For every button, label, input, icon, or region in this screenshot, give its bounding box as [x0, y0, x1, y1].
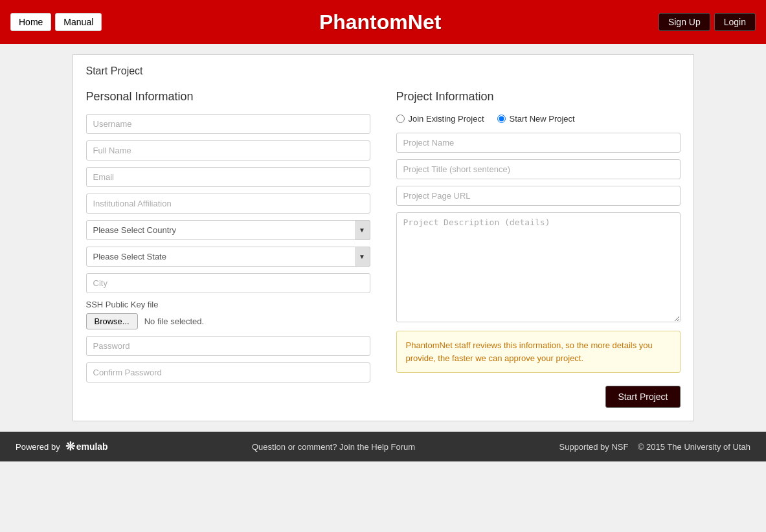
- personal-info-section: Personal Information Please Sele: [86, 90, 370, 408]
- state-select[interactable]: Please Select State: [86, 247, 370, 267]
- main-container: Start Project Personal Information: [73, 54, 694, 421]
- copyright: © 2015 The University of Utah: [638, 442, 750, 452]
- ssh-key-group: SSH Public Key file Browse... No file se…: [86, 300, 370, 329]
- powered-by-label: Powered by: [16, 442, 60, 452]
- join-existing-label: Join Existing Project: [409, 114, 484, 124]
- confirm-password-group: [86, 362, 370, 382]
- join-existing-option[interactable]: Join Existing Project: [396, 114, 484, 124]
- manual-button[interactable]: Manual: [55, 13, 102, 31]
- emulab-logo: ❊ emulab: [65, 439, 108, 454]
- info-text: PhantomNet staff reviews this informatio…: [406, 340, 653, 363]
- start-project-button[interactable]: Start Project: [605, 386, 680, 408]
- file-upload-wrap: Browse... No file selected.: [86, 313, 370, 329]
- email-group: [86, 167, 370, 187]
- country-group: Please Select Country ▼: [86, 220, 370, 240]
- file-name-label: No file selected.: [144, 316, 205, 326]
- state-select-wrap: Please Select State ▼: [86, 247, 370, 267]
- page-wrapper: Start Project Personal Information: [0, 44, 766, 432]
- fullname-group: [86, 140, 370, 161]
- fullname-input[interactable]: [86, 140, 370, 161]
- affiliation-input[interactable]: [86, 194, 370, 214]
- page-title: Start Project: [86, 65, 681, 77]
- start-new-radio[interactable]: [497, 115, 506, 123]
- city-group: [86, 273, 370, 293]
- username-input[interactable]: [86, 114, 370, 134]
- password-input[interactable]: [86, 336, 370, 356]
- browse-button[interactable]: Browse...: [86, 313, 138, 329]
- project-name-input[interactable]: [396, 133, 681, 153]
- footer-left: Powered by ❊ emulab: [16, 439, 108, 454]
- emulab-icon: ❊: [65, 439, 75, 454]
- email-input[interactable]: [86, 167, 370, 187]
- country-select-wrap: Please Select Country ▼: [86, 220, 370, 240]
- project-url-group: [396, 186, 681, 206]
- header: Home Manual PhantomNet Sign Up Login: [0, 0, 766, 44]
- project-desc-textarea[interactable]: [396, 212, 681, 322]
- project-info-section: Project Information Join Existing Projec…: [396, 90, 681, 408]
- home-button[interactable]: Home: [10, 13, 51, 31]
- confirm-password-input[interactable]: [86, 362, 370, 382]
- submit-row: Start Project: [396, 386, 681, 408]
- start-new-label: Start New Project: [510, 114, 575, 124]
- project-title-input[interactable]: [396, 159, 681, 179]
- auth-buttons: Sign Up Login: [659, 13, 756, 31]
- info-box: PhantomNet staff reviews this informatio…: [396, 331, 681, 373]
- project-type-group: Join Existing Project Start New Project: [396, 114, 681, 124]
- project-title-group: [396, 159, 681, 179]
- username-group: [86, 114, 370, 134]
- footer: Powered by ❊ emulab Question or comment?…: [0, 432, 766, 461]
- password-group: [86, 336, 370, 356]
- footer-center: Question or comment? Join the Help Forum: [252, 442, 415, 452]
- form-layout: Personal Information Please Sele: [86, 90, 681, 408]
- project-info-title: Project Information: [396, 90, 681, 104]
- login-button[interactable]: Login: [714, 13, 756, 31]
- join-existing-radio[interactable]: [396, 115, 405, 123]
- site-logo: PhantomNet: [319, 10, 441, 34]
- header-nav: Home Manual: [10, 13, 102, 31]
- supported-by: Supported by NSF: [559, 442, 629, 452]
- personal-info-title: Personal Information: [86, 90, 370, 104]
- help-text: Question or comment? Join the Help Forum: [252, 442, 415, 452]
- logo-text: PhantomNet: [319, 10, 441, 34]
- affiliation-group: [86, 194, 370, 214]
- project-desc-group: [396, 212, 681, 324]
- ssh-label: SSH Public Key file: [86, 300, 370, 309]
- footer-right: Supported by NSF © 2015 The University o…: [559, 442, 751, 452]
- city-input[interactable]: [86, 273, 370, 293]
- country-select[interactable]: Please Select Country: [86, 220, 370, 240]
- signup-button[interactable]: Sign Up: [659, 13, 710, 31]
- emulab-label: emulab: [76, 441, 108, 452]
- project-name-group: [396, 133, 681, 153]
- state-group: Please Select State ▼: [86, 247, 370, 267]
- project-url-input[interactable]: [396, 186, 681, 206]
- start-new-option[interactable]: Start New Project: [497, 114, 575, 124]
